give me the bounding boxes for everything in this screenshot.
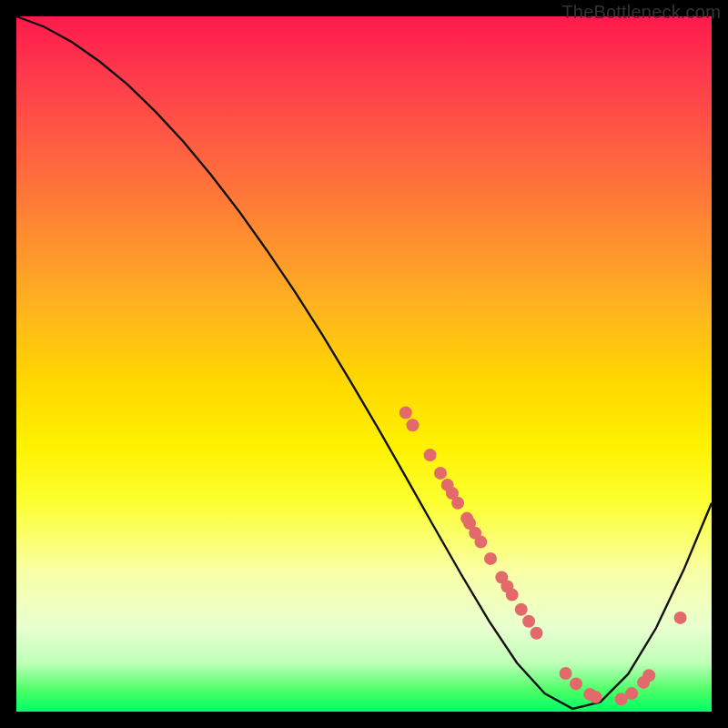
data-point — [484, 552, 497, 565]
data-point — [522, 615, 535, 628]
chart-frame: TheBottleneck.com — [0, 0, 728, 728]
data-point — [515, 603, 528, 616]
data-point — [474, 536, 487, 549]
bottleneck-curve — [16, 16, 712, 709]
data-point — [506, 589, 519, 602]
data-point — [531, 627, 543, 640]
data-point — [451, 497, 464, 510]
plot-area — [16, 16, 712, 712]
watermark-text: TheBottleneck.com — [561, 2, 721, 23]
curve-layer — [16, 16, 712, 712]
data-point — [434, 467, 447, 480]
data-point — [625, 687, 638, 700]
data-point — [560, 667, 572, 680]
data-point — [399, 407, 412, 420]
data-point — [407, 419, 420, 431]
data-point — [424, 449, 437, 461]
data-points — [399, 407, 687, 706]
data-point — [589, 691, 602, 703]
data-point — [642, 669, 655, 682]
data-point — [570, 677, 582, 690]
data-point — [674, 612, 687, 624]
